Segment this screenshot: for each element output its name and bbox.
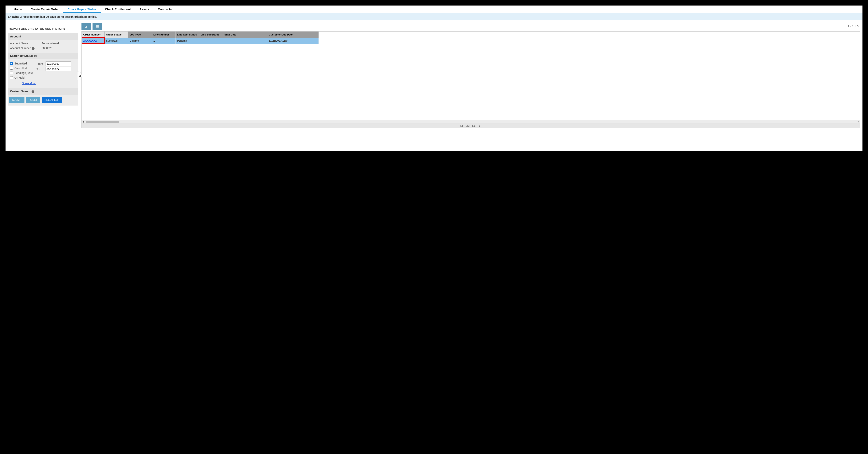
order-number-link[interactable]: XXXXXXXX xyxy=(83,39,97,42)
check-submitted[interactable]: Submitted xyxy=(10,61,34,66)
need-help-button[interactable]: NEED HELP xyxy=(42,97,62,103)
checkbox-on-hold[interactable] xyxy=(10,76,13,79)
tab-check-entitlement[interactable]: Check Entitlement xyxy=(101,5,135,13)
reset-button[interactable]: RESET xyxy=(26,97,40,103)
col-line-item-status[interactable]: Line Item Status xyxy=(175,32,199,38)
col-customer-due-date[interactable]: Customer Due Date xyxy=(267,32,318,38)
tab-contracts[interactable]: Contracts xyxy=(153,5,176,13)
pager-prev-icon[interactable]: ◀◀ xyxy=(465,125,470,127)
info-icon[interactable]: i xyxy=(34,55,37,57)
from-label: From xyxy=(36,62,44,65)
to-date-input[interactable] xyxy=(45,67,71,71)
submit-button[interactable]: SUBMIT xyxy=(9,97,25,103)
checkbox-submitted[interactable] xyxy=(10,62,13,65)
cell-customer-due-date: 11/26/2023 11:0 xyxy=(267,38,318,44)
account-number-value: 6088923 xyxy=(42,46,53,50)
table-header-row: Order Number Order Status Job Type Line … xyxy=(82,32,318,38)
check-label: On Hold xyxy=(14,76,25,79)
scroll-right-icon[interactable]: ▶ xyxy=(857,121,860,123)
account-name-value: Zebra Internal xyxy=(42,42,59,45)
main-tabs: Home Create Repair Order Check Repair St… xyxy=(5,5,863,13)
check-label: Pending Quote xyxy=(14,71,33,74)
show-more-link[interactable]: Show More xyxy=(10,80,36,85)
cell-line-number: 1 xyxy=(152,38,175,44)
cell-line-substatus xyxy=(199,38,223,44)
account-name-label: Account Name xyxy=(10,42,42,45)
from-date-input[interactable] xyxy=(45,62,71,66)
info-bar: Showing 3 records from last 90 days as n… xyxy=(5,13,863,20)
check-label: Cancelled xyxy=(14,67,27,70)
col-ship-date[interactable]: Ship Date xyxy=(223,32,267,38)
pager-last-icon[interactable]: ▶I xyxy=(478,125,483,127)
record-count: 1 - 3 of 3 xyxy=(848,25,860,28)
info-icon[interactable]: i xyxy=(32,90,34,93)
results-grid: Order Number Order Status Job Type Line … xyxy=(82,31,860,128)
scroll-left-icon[interactable]: ◀ xyxy=(82,121,85,123)
checkbox-cancelled[interactable] xyxy=(10,67,13,70)
columns-icon xyxy=(95,24,99,28)
tab-assets[interactable]: Assets xyxy=(135,5,153,13)
tab-check-repair-status[interactable]: Check Repair Status xyxy=(63,5,101,13)
col-order-number[interactable]: Order Number xyxy=(82,32,104,38)
tab-home[interactable]: Home xyxy=(9,5,26,13)
info-icon[interactable]: i xyxy=(32,47,34,50)
download-icon xyxy=(84,24,88,28)
horizontal-scrollbar[interactable]: ◀ ▶ xyxy=(82,120,860,123)
col-line-number[interactable]: Line Number xyxy=(152,32,175,38)
page-title: REPAIR ORDER STATUS AND HISTORY xyxy=(8,23,78,33)
scroll-thumb[interactable] xyxy=(86,121,119,123)
chevron-left-icon: ◀ xyxy=(79,74,81,77)
check-label: Submitted xyxy=(14,62,27,65)
cell-ship-date xyxy=(223,38,267,44)
pager: I◀ ◀◀ ▶▶ ▶I xyxy=(82,123,860,128)
cell-line-item-status: Pending xyxy=(175,38,199,44)
account-number-label: Account Number i xyxy=(10,46,42,50)
check-pending-quote[interactable]: Pending Quote xyxy=(10,71,34,75)
col-line-substatus[interactable]: Line SubStatus xyxy=(199,32,223,38)
search-by-status-header: Search By Status i xyxy=(8,53,78,59)
columns-button[interactable] xyxy=(93,23,102,30)
pager-next-icon[interactable]: ▶▶ xyxy=(471,125,477,127)
checkbox-pending-quote[interactable] xyxy=(10,71,13,74)
table-row[interactable]: XXXXXXXX Submitted Billable 1 Pending 11… xyxy=(82,38,318,44)
check-cancelled[interactable]: Cancelled xyxy=(10,66,34,71)
pager-first-icon[interactable]: I◀ xyxy=(459,125,464,127)
account-header: Account xyxy=(8,33,78,40)
to-label: To xyxy=(36,68,44,71)
cell-job-type: Billable xyxy=(128,38,152,44)
check-on-hold[interactable]: On Hold xyxy=(10,75,34,80)
filter-panel: Account Account Name Zebra Internal Acco… xyxy=(8,33,78,105)
cell-order-status: Submitted xyxy=(104,38,128,44)
collapse-sidebar-handle[interactable]: ◀ xyxy=(78,71,82,80)
custom-search-header[interactable]: Custom Search i xyxy=(8,88,78,95)
col-order-status[interactable]: Order Status xyxy=(104,32,128,38)
col-job-type[interactable]: Job Type xyxy=(128,32,152,38)
tab-create-repair-order[interactable]: Create Repair Order xyxy=(26,5,63,13)
download-button[interactable] xyxy=(82,23,91,30)
